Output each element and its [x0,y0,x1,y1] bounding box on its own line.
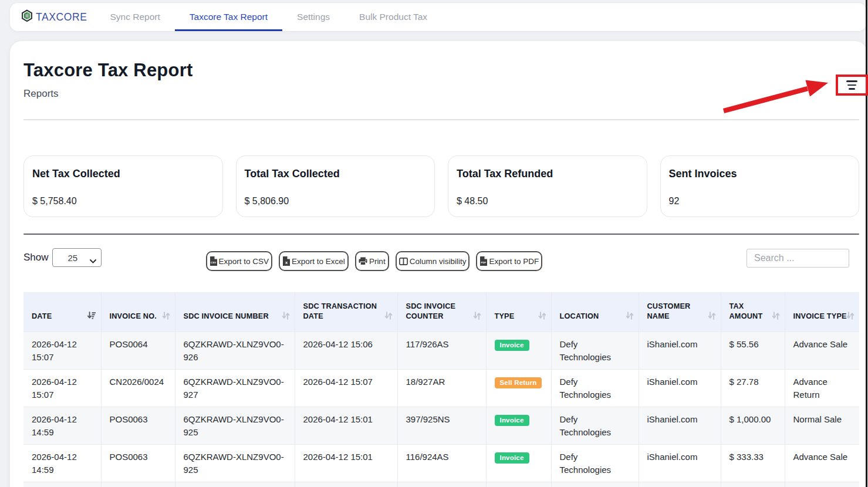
column-header-sdc-invoice-number[interactable]: SDC INVOICE NUMBER [175,292,295,332]
type-badge: Invoice [495,415,529,426]
cell-invoice-type: Advance Return [785,370,859,407]
nav-tab-sync-report[interactable]: Sync Report [96,3,175,31]
printer-icon [359,257,367,265]
button-label: Export to PDF [489,257,539,266]
cell-type: Invoice [486,332,551,370]
svg-text:CSV: CSV [211,261,216,264]
button-label: Export to CSV [219,257,269,266]
cell-location: Defy Technologies [551,407,639,445]
cell-location: Defy Technologies [551,445,639,482]
column-visibility-button[interactable]: Column visibility [396,251,470,271]
column-label: TYPE [495,312,515,320]
nav-tabs: Sync ReportTaxcore Tax ReportSettingsBul… [96,3,443,31]
main-card: Taxcore Tax Report Reports Net Tax Colle… [10,41,867,487]
nav-tab-taxcore-tax-report[interactable]: Taxcore Tax Report [175,3,282,31]
cell-invoice-no: POS0063 [101,407,175,445]
filter-icon [846,80,857,82]
cell-tax-amount: $ 1,000.00 [721,407,785,445]
column-header-location[interactable]: LOCATION [551,292,639,332]
cell-type: Sell Return [486,370,551,407]
brand-name: TAXCORE [36,11,87,23]
column-label: SDC INVOICE NUMBER [184,312,269,320]
cell-sdc-transaction-date: 2026-04-12 15:01 [295,445,397,482]
sort-icon [846,312,855,323]
stats-row: Net Tax Collected$ 5,758.40Total Tax Col… [23,155,859,217]
nav-tab-bulk-product-tax[interactable]: Bulk Product Tax [345,3,442,31]
column-header-tax-amount[interactable]: TAX AMOUNT [721,292,785,332]
column-header-date[interactable]: DATE [23,292,101,332]
column-header-invoice-no-[interactable]: INVOICE NO. [101,292,175,332]
type-badge: Sell Return [495,377,542,388]
sort-icon [384,312,393,323]
cell-sdc-invoice-counter: 116/924AS [397,445,486,482]
cell-sdc-transaction-date: 2026-04-12 15:06 [295,332,397,370]
stat-card-net-tax-collected: Net Tax Collected$ 5,758.40 [23,155,223,217]
column-header-sdc-invoice-counter[interactable]: SDC INVOICE COUNTER [397,292,486,332]
cell-sdc-invoice-counter: 18/927AR [397,370,486,407]
report-table: DATEINVOICE NO.SDC INVOICE NUMBERSDC TRA… [23,292,859,487]
table-row: 2026-04-12 14:59POS00636QZKRAWD-XLNZ9VO0… [23,407,859,445]
cell-invoice-no: POS0063 [101,445,175,482]
table-row: 2026-04-12 15:07POS00646QZKRAWD-XLNZ9VO0… [23,332,859,370]
cell-customer-name: iShaniel.com [639,407,721,445]
search-input[interactable] [747,249,849,268]
type-badge: Invoice [495,452,529,464]
file-pdf-icon: PDF [479,256,487,266]
cell-invoice-type: Advance Sale [785,445,859,482]
stat-value: $ 48.50 [457,194,639,208]
cell-tax-amount: $ 55.56 [721,332,785,370]
column-label: LOCATION [560,312,599,320]
file-csv-icon: CSV [210,256,217,266]
export-to-excel-button[interactable]: xExport to Excel [279,251,349,271]
brand[interactable]: TAXCORE [21,3,87,31]
column-label: CUSTOMER NAME [647,302,691,320]
table-row: 2026-04-12 14:59POS00636QZKRAWD-XLNZ9VO0… [23,445,859,482]
sort-icon [162,312,170,323]
print-button[interactable]: Print [355,251,389,271]
cell-customer-name: iShaniel.com [639,332,721,370]
column-header-customer-name[interactable]: CUSTOMER NAME [639,292,721,332]
table-toolbar: Show 25 CSVExport to CSVxExport to Excel… [23,248,859,271]
column-header-type[interactable]: TYPE [486,292,551,332]
table-row: 2026-04-12 15:07CN2026/00246QZKRAWD-XLNZ… [23,370,859,407]
cell-sdc-transaction-date: 2026-04-12 15:07 [295,370,397,407]
column-label: INVOICE TYPE [793,312,847,320]
page-title: Taxcore Tax Report [23,41,859,82]
page-subtitle: Reports [23,87,859,101]
header-divider [23,119,859,120]
cell-location: Defy Technologies [551,370,639,407]
stat-label: Net Tax Collected [32,167,214,181]
column-header-invoice-type[interactable]: INVOICE TYPE [785,292,859,332]
filter-button[interactable] [836,75,868,96]
export-to-csv-button[interactable]: CSVExport to CSV [206,251,273,271]
svg-text:PDF: PDF [481,261,487,264]
sort-desc-icon [87,312,96,323]
stat-card-sent-invoices: Sent Invoices92 [660,155,860,217]
page-size-select[interactable]: 25 [52,248,102,267]
export-to-pdf-button[interactable]: PDFExport to PDF [476,251,542,271]
cell-sdc-invoice-counter: 117/926AS [397,332,486,370]
stat-value: $ 5,758.40 [32,194,214,208]
cell-date: 2026-04-12 14:59 [23,407,101,445]
stat-value: 92 [669,194,851,208]
cell-invoice-no: POS0064 [101,332,175,370]
cell-date: 2026-04-12 15:07 [23,332,101,370]
button-label: Export to Excel [292,257,345,266]
cell-date: 2026-04-12 14:59 [23,445,101,482]
column-label: DATE [32,312,52,320]
show-label: Show [23,252,49,263]
sort-icon [538,312,546,323]
cell-sdc-invoice-counter: 397/925NS [397,407,486,445]
button-label: Print [369,257,386,266]
column-label: TAX AMOUNT [729,302,763,320]
cell-customer-name: iShaniel.com [639,445,721,482]
cell-invoice-type: Normal Sale [785,407,859,445]
nav-tab-settings[interactable]: Settings [282,3,345,31]
button-label: Column visibility [410,257,467,266]
column-header-sdc-transaction-date[interactable]: SDC TRANSACTION DATE [295,292,397,332]
stat-label: Sent Invoices [669,167,851,181]
table-body: 2026-04-12 15:07POS00646QZKRAWD-XLNZ9VO0… [23,332,859,487]
cell-type: Invoice [486,445,551,482]
sort-icon [282,312,290,323]
sort-icon [473,312,481,323]
